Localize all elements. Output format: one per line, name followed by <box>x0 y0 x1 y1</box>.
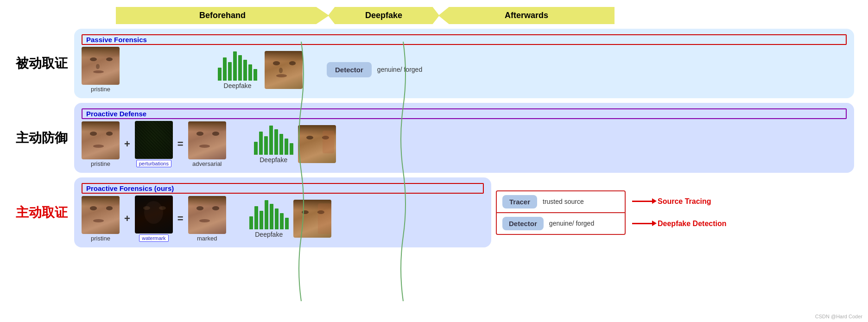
forensics-deepfake-section: Deepfake <box>249 199 289 238</box>
passive-title-text: Passive Forensics <box>86 36 147 44</box>
defense-face-img <box>82 121 120 159</box>
deepfake-detection-label: Deepfake Detection <box>658 220 727 228</box>
passive-content: pristine <box>82 47 847 93</box>
title-forensics: Proactive Forensics (ours) <box>82 183 484 194</box>
title-passive: Passive Forensics <box>82 34 847 45</box>
passive-after-face-col <box>265 51 303 89</box>
deepfake-detection-arrow-line <box>632 223 653 224</box>
forensics-trusted-source: trusted source <box>543 197 584 206</box>
defense-pristine-col: pristine <box>82 121 120 167</box>
defense-deepfake-section: Deepfake <box>254 125 293 164</box>
header-afterwards-label: Afterwards <box>505 11 548 20</box>
defense-perturbation-col: perturbations <box>135 121 173 167</box>
defense-equals: = <box>177 138 184 150</box>
defense-adversarial-img <box>188 121 226 159</box>
defense-plus: + <box>124 138 130 150</box>
defense-perturbation-img <box>135 121 173 159</box>
forensics-genuine-forged: genuine/ forged <box>549 219 594 227</box>
deepfake-detection-arrow-row: Deepfake Detection <box>632 220 727 228</box>
row-proactive-defense: 主动防御 Proactive Defense <box>14 103 854 173</box>
forensics-content: pristine + watermark <box>82 196 484 242</box>
forensics-tracer: Tracer <box>502 195 537 208</box>
label-forensics-chinese: 主动取证 <box>14 205 70 221</box>
passive-pristine-col: pristine <box>82 47 120 93</box>
passive-result: genuine/ forged <box>377 65 422 74</box>
defense-adversarial-label: adversarial <box>192 160 222 167</box>
passive-detector: Detector <box>327 62 372 77</box>
forensics-watermark-col: watermark <box>135 196 173 242</box>
forensics-deepfake-label: Deepfake <box>255 231 283 238</box>
defense-after-face-col <box>298 125 336 163</box>
passive-face-img <box>82 47 120 85</box>
forensics-equals: = <box>177 213 184 225</box>
forensics-detector: Detector <box>502 217 544 230</box>
defense-deepfake-label: Deepfake <box>260 156 287 164</box>
label-passive-chinese: 被动取证 <box>14 56 70 71</box>
header-beforehand-label: Beforehand <box>199 11 246 20</box>
defense-after-face <box>298 125 336 163</box>
passive-deepfake-label: Deepfake <box>224 82 252 89</box>
forensics-after-face <box>293 200 331 238</box>
passive-deepfake-bars <box>218 51 257 81</box>
title-defense: Proactive Defense <box>82 108 847 119</box>
header-row: Beforehand Deepfake Afterwards <box>116 7 854 24</box>
defense-content: pristine + perturbations = <box>82 121 847 167</box>
defense-title-text: Proactive Defense <box>86 110 146 118</box>
passive-deepfake-section: Deepfake <box>218 51 257 89</box>
defense-pristine-label: pristine <box>91 160 110 167</box>
panel-passive: Passive Forensics <box>74 29 854 98</box>
forensics-marked-img <box>188 196 226 234</box>
forensics-marked-col: marked <box>188 196 226 242</box>
header-deepfake: Deepfake <box>328 7 439 24</box>
forensics-bordered-box: Tracer trusted source Detector genuine/ … <box>496 190 626 235</box>
panel-forensics: Proactive Forensics (ours) pristine <box>74 177 491 247</box>
header-deepfake-label: Deepfake <box>365 11 402 20</box>
forensics-watermark-label: watermark <box>139 234 168 242</box>
source-tracing-arrow-row: Source Tracing <box>632 197 727 206</box>
forensics-detector-row: Detector genuine/ forged <box>497 213 625 234</box>
watermark-label: CSDN @Hard Coder <box>815 314 862 319</box>
header-afterwards: Afterwards <box>438 7 615 24</box>
forensics-marked-label: marked <box>197 235 217 242</box>
passive-afterwards: Detector genuine/ forged <box>327 62 422 77</box>
source-tracing-arrow-line <box>632 201 653 202</box>
defense-adversarial-col: adversarial <box>188 121 226 167</box>
row-passive: 被动取证 Passive Forensics <box>14 29 854 98</box>
passive-after-face <box>265 51 303 89</box>
forensics-afterwards: Tracer trusted source Detector genuine/ … <box>496 190 626 235</box>
row-proactive-forensics: 主动取证 Proactive Forensics (ours) <box>14 177 854 247</box>
forensics-title-text: Proactive Forensics (ours) <box>86 184 174 192</box>
forensics-pristine-col: pristine <box>82 196 120 242</box>
full-layout: Beforehand Deepfake Afterwards 被动取证 Pass… <box>0 0 868 322</box>
panel-defense: Proactive Defense pristine <box>74 103 854 173</box>
source-tracing-label: Source Tracing <box>658 197 711 206</box>
passive-pristine-label: pristine <box>91 86 110 93</box>
label-defense-chinese: 主动防御 <box>14 130 70 146</box>
forensics-after-face-col <box>293 200 331 238</box>
forensics-pristine-label: pristine <box>91 235 110 242</box>
forensics-deepfake-bars <box>249 199 289 229</box>
forensics-watermark-img <box>135 196 173 234</box>
forensics-tracer-row: Tracer trusted source <box>497 191 625 213</box>
forensics-face-img <box>82 196 120 234</box>
header-beforehand: Beforehand <box>116 7 329 24</box>
defense-deepfake-bars <box>254 125 293 155</box>
forensics-plus: + <box>124 213 130 225</box>
forensics-arrow-labels: Source Tracing Deepfake Detection <box>632 197 727 228</box>
defense-perturbations-label: perturbations <box>136 160 171 167</box>
